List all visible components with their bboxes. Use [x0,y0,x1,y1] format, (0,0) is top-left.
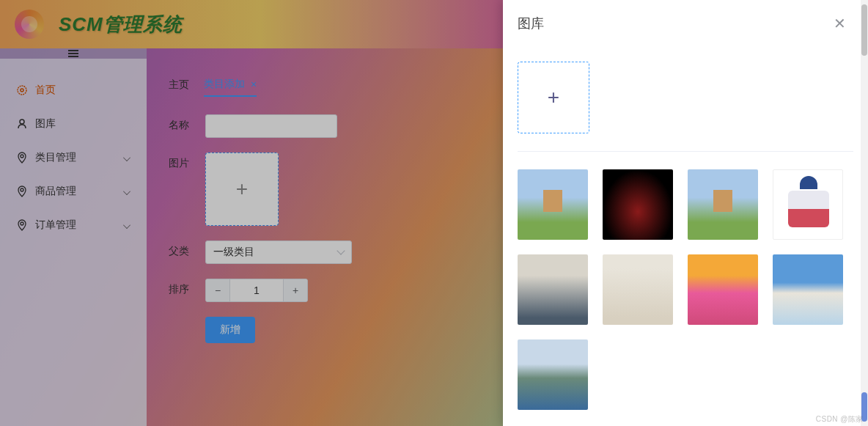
gallery-drawer: 图库 ✕ + [503,0,868,426]
gallery-image[interactable] [603,169,673,240]
gallery-image[interactable] [688,169,758,240]
gallery-image[interactable] [518,254,588,325]
gallery-image[interactable] [773,169,843,240]
drawer-title: 图库 [518,15,544,32]
watermark: CSDN @陈家 [816,414,864,425]
gallery-image[interactable] [688,254,758,325]
scrollbar-thumb[interactable] [861,4,867,56]
drawer-header: 图库 ✕ [503,0,868,47]
close-icon[interactable]: ✕ [834,15,846,32]
gallery-grid [518,169,853,410]
plus-icon: + [548,86,559,109]
scrollbar-track[interactable] [861,0,868,426]
divider [518,151,853,152]
gallery-image[interactable] [518,169,588,240]
drawer-body: + [503,47,868,426]
app-root: SCM管理系统 首页 图库 类目管理 商品管理 [0,0,868,426]
gallery-image[interactable] [773,254,843,325]
gallery-upload-box[interactable]: + [518,62,589,133]
gallery-image[interactable] [518,339,588,410]
gallery-image[interactable] [603,254,673,325]
